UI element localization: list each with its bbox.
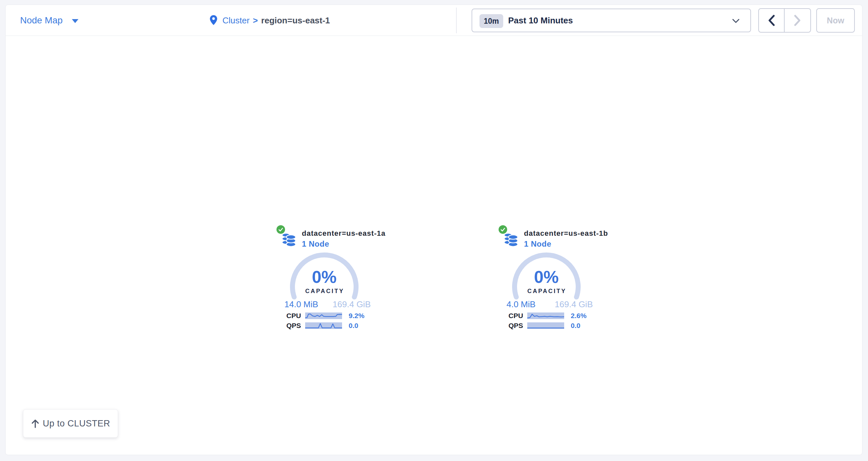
cpu-sparkline — [527, 312, 564, 319]
cpu-label: CPU — [508, 312, 523, 320]
capacity-used: 4.0 MiB — [506, 299, 535, 309]
main-panel: Node Map Cluster > region=us-east-1 10m … — [5, 5, 862, 455]
time-range-badge: 10m — [479, 14, 503, 28]
capacity-gauge: 0% CAPACITY — [290, 252, 359, 302]
breadcrumb: Cluster > region=us-east-1 — [210, 5, 330, 36]
chevron-down-icon — [732, 19, 740, 24]
header: Node Map Cluster > region=us-east-1 10m … — [6, 5, 862, 36]
breadcrumb-current: region=us-east-1 — [261, 15, 330, 26]
check-icon — [277, 225, 285, 234]
up-to-cluster-button[interactable]: Up to CLUSTER — [23, 409, 118, 438]
cpu-sparkline — [305, 312, 342, 319]
node-count-link[interactable]: 1 Node — [524, 239, 551, 249]
chevron-right-icon — [793, 14, 802, 27]
prev-time-button[interactable] — [759, 9, 785, 32]
capacity-gauge: 0% CAPACITY — [512, 252, 581, 302]
capacity-label: CAPACITY — [512, 288, 581, 295]
time-range-label: Past 10 Minutes — [508, 15, 573, 26]
cpu-label: CPU — [286, 312, 301, 320]
database-stack-icon — [504, 230, 518, 247]
chevron-left-icon — [767, 14, 776, 27]
qps-label: QPS — [286, 322, 301, 329]
capacity-total: 169.4 GiB — [555, 299, 593, 309]
cpu-value: 2.6% — [571, 312, 587, 320]
capacity-percent: 0% — [512, 268, 581, 286]
time-pager — [758, 8, 811, 33]
qps-value: 0.0 — [349, 322, 358, 329]
capacity-label: CAPACITY — [290, 288, 359, 295]
qps-sparkline — [527, 322, 564, 329]
qps-metric-row: QPS 0.0 — [508, 322, 601, 329]
breadcrumb-cluster-link[interactable]: Cluster — [222, 15, 249, 26]
qps-metric-row: QPS 0.0 — [286, 322, 379, 329]
time-range-dropdown[interactable]: 10m Past 10 Minutes — [471, 8, 751, 32]
datacenter-group-us-east-1b[interactable]: datacenter=us-east-1b 1 Node 0% CAPACITY… — [499, 225, 601, 334]
dropdown-caret-icon — [72, 19, 79, 23]
capacity-total: 169.4 GiB — [333, 299, 371, 309]
qps-value: 0.0 — [571, 322, 580, 329]
capacity-percent: 0% — [290, 268, 359, 286]
cpu-value: 9.2% — [349, 312, 365, 320]
capacity-used-total: 14.0 MiB 169.4 GiB — [284, 299, 371, 309]
capacity-used: 14.0 MiB — [284, 299, 318, 309]
view-selector-dropdown[interactable]: Node Map — [20, 5, 79, 36]
breadcrumb-separator: > — [253, 15, 258, 26]
datacenter-name: datacenter=us-east-1b — [524, 229, 608, 238]
cpu-metric-row: CPU 9.2% — [286, 312, 379, 320]
map-canvas: datacenter=us-east-1a 1 Node 0% CAPACITY… — [6, 36, 862, 455]
qps-label: QPS — [508, 322, 523, 329]
view-selector-label: Node Map — [20, 15, 63, 26]
arrow-up-icon — [31, 419, 39, 428]
header-divider — [456, 7, 457, 33]
up-to-cluster-label: Up to CLUSTER — [43, 419, 111, 429]
database-stack-icon — [282, 230, 296, 247]
next-time-button[interactable] — [785, 9, 810, 32]
location-pin-icon — [210, 15, 217, 25]
now-button[interactable]: Now — [816, 8, 855, 33]
node-count-link[interactable]: 1 Node — [302, 239, 329, 249]
qps-sparkline — [305, 322, 342, 329]
capacity-used-total: 4.0 MiB 169.4 GiB — [506, 299, 593, 309]
datacenter-name: datacenter=us-east-1a — [302, 229, 385, 238]
datacenter-group-us-east-1a[interactable]: datacenter=us-east-1a 1 Node 0% CAPACITY… — [277, 225, 379, 334]
cpu-metric-row: CPU 2.6% — [508, 312, 601, 320]
check-icon — [499, 225, 507, 234]
